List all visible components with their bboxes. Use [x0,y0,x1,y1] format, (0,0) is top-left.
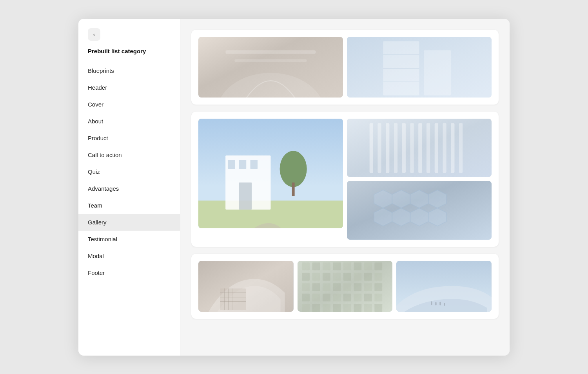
svg-rect-57 [374,263,382,271]
svg-rect-92 [436,302,437,305]
svg-rect-71 [354,284,361,291]
svg-rect-84 [323,304,330,312]
svg-rect-64 [364,273,372,281]
svg-rect-65 [374,273,382,281]
svg-rect-83 [312,304,320,312]
sidebar-item-product[interactable]: Product [78,130,180,146]
svg-rect-18 [292,182,295,196]
svg-rect-63 [354,273,361,281]
app-window: ‹ Prebuilt list category Blueprints Head… [78,19,510,356]
svg-rect-88 [364,304,372,312]
card-2-grid [198,119,492,240]
svg-rect-30 [451,123,454,173]
svg-rect-25 [410,123,414,173]
sidebar-item-gallery[interactable]: Gallery [78,214,180,231]
svg-rect-75 [312,294,320,302]
svg-rect-54 [343,263,351,271]
svg-rect-82 [302,304,310,312]
sidebar-item-advantages[interactable]: Advantages [78,180,180,197]
gallery-image-5[interactable] [347,181,492,240]
svg-rect-86 [343,304,351,312]
svg-rect-6 [424,50,451,95]
svg-rect-31 [459,123,463,173]
svg-rect-68 [323,284,330,291]
svg-rect-13 [228,160,235,169]
sidebar-nav: Blueprints Header Cover About Product Ca… [78,62,180,281]
svg-rect-20 [370,123,373,173]
gallery-image-7[interactable] [298,261,393,312]
svg-rect-85 [333,304,341,312]
svg-point-17 [280,151,307,187]
gallery-card-2 [191,112,499,247]
svg-rect-53 [333,263,341,271]
sidebar-item-blueprints[interactable]: Blueprints [78,62,180,79]
svg-rect-16 [239,182,252,210]
svg-rect-2 [225,50,316,54]
svg-rect-52 [323,263,330,271]
svg-rect-78 [343,294,351,302]
sidebar-item-team[interactable]: Team [78,197,180,214]
sidebar-item-footer[interactable]: Footer [78,264,180,281]
svg-rect-3 [234,59,307,62]
svg-rect-56 [364,263,372,271]
svg-rect-23 [394,123,397,173]
gallery-image-1[interactable] [198,37,343,98]
sidebar-item-header[interactable]: Header [78,79,180,96]
svg-rect-74 [302,294,310,302]
svg-rect-91 [431,302,432,305]
sidebar-item-call-to-action[interactable]: Call to action [78,146,180,163]
svg-rect-67 [312,284,320,291]
gallery-image-3[interactable] [198,119,343,228]
card-3-grid [198,261,492,312]
gallery-image-6[interactable] [198,261,294,312]
svg-rect-87 [354,304,361,312]
svg-rect-77 [333,294,341,302]
sidebar: ‹ Prebuilt list category Blueprints Head… [78,19,180,356]
svg-rect-14 [239,160,246,169]
gallery-card-1 [191,30,499,105]
gallery-image-8[interactable] [396,261,492,312]
svg-rect-81 [374,294,382,302]
svg-rect-76 [323,294,330,302]
svg-rect-50 [302,263,310,271]
gallery-image-2[interactable] [347,37,492,98]
svg-rect-59 [312,273,320,281]
svg-rect-61 [333,273,341,281]
sidebar-item-quiz[interactable]: Quiz [78,163,180,180]
main-content [180,19,510,356]
svg-rect-72 [364,284,372,291]
gallery-card-3 [191,254,499,319]
svg-rect-55 [354,263,361,271]
svg-rect-29 [443,123,446,173]
svg-rect-66 [302,284,310,291]
svg-rect-28 [435,123,438,173]
svg-rect-79 [354,294,361,302]
svg-rect-80 [364,294,372,302]
svg-rect-93 [440,302,441,305]
card-2-right-stack [347,119,492,240]
card-1-grid [198,37,492,98]
svg-rect-27 [426,123,430,173]
svg-rect-21 [377,123,381,173]
sidebar-item-about[interactable]: About [78,113,180,130]
svg-rect-94 [444,303,445,306]
svg-rect-60 [323,273,330,281]
svg-rect-69 [333,284,341,291]
gallery-image-4[interactable] [347,119,492,177]
svg-rect-62 [343,273,351,281]
svg-rect-58 [302,273,310,281]
svg-rect-89 [374,304,382,312]
svg-rect-26 [418,123,422,173]
back-button[interactable]: ‹ [88,28,100,41]
sidebar-title: Prebuilt list category [78,48,180,54]
sidebar-item-cover[interactable]: Cover [78,96,180,113]
svg-rect-22 [386,123,389,173]
svg-rect-15 [250,160,258,169]
svg-rect-73 [374,284,382,291]
svg-rect-51 [312,263,320,271]
sidebar-item-testimonial[interactable]: Testimonial [78,231,180,248]
svg-rect-70 [343,284,351,291]
svg-rect-24 [402,123,406,173]
sidebar-item-modal[interactable]: Modal [78,248,180,264]
